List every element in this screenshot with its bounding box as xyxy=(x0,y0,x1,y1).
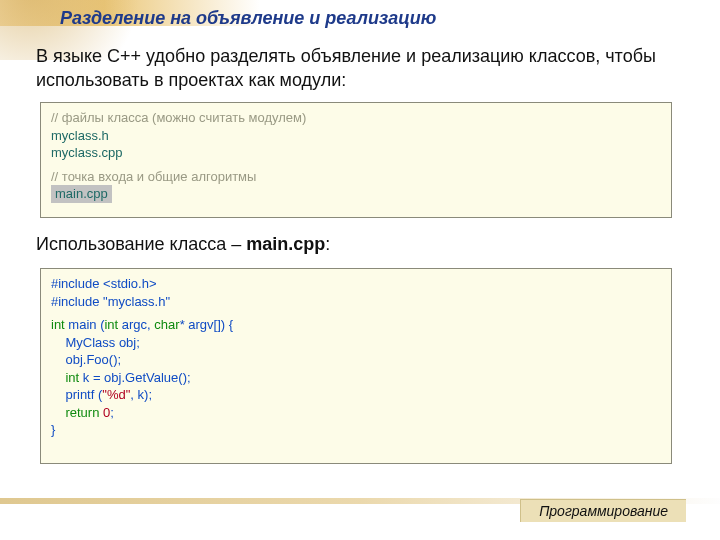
code-comment: // точка входа и общие алгоритмы xyxy=(51,168,661,186)
code-line: myclass.cpp xyxy=(51,144,661,162)
code-line: printf ("%d", k); xyxy=(51,386,661,404)
code-line: } xyxy=(51,421,661,439)
code-line: int main (int argc, char* argv[]) { xyxy=(51,316,661,334)
subheading: Использование класса – main.cpp: xyxy=(36,234,330,255)
code-line: #include "myclass.h" xyxy=(51,293,661,311)
subheading-suffix: : xyxy=(325,234,330,254)
code-line: int k = obj.GetValue(); xyxy=(51,369,661,387)
subheading-bold: main.cpp xyxy=(246,234,325,254)
code-line: return 0; xyxy=(51,404,661,422)
code-block-main: #include <stdio.h> #include "myclass.h" … xyxy=(40,268,672,464)
code-block-files: // файлы класса (можно считать модулем) … xyxy=(40,102,672,218)
code-line: MyClass obj; xyxy=(51,334,661,352)
code-line: myclass.h xyxy=(51,127,661,145)
code-line: #include <stdio.h> xyxy=(51,275,661,293)
intro-text: В языке C++ удобно разделять объявление … xyxy=(36,44,676,93)
slide-title: Разделение на объявление и реализацию xyxy=(60,8,436,29)
subheading-prefix: Использование класса – xyxy=(36,234,246,254)
code-line-highlight: main.cpp xyxy=(51,185,112,203)
footer-tag: Программирование xyxy=(520,499,686,522)
code-line: obj.Foo(); xyxy=(51,351,661,369)
code-comment: // файлы класса (можно считать модулем) xyxy=(51,109,661,127)
